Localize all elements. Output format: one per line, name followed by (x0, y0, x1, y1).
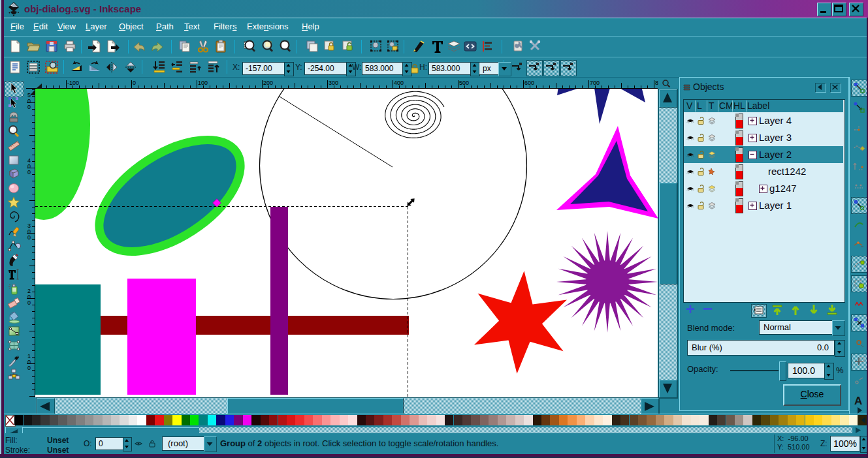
svg-text:0: 0 (27, 169, 31, 176)
svg-text:0: 0 (27, 104, 31, 110)
svg-text:200: 200 (263, 80, 273, 86)
svg-text:700: 700 (590, 80, 600, 86)
svg-text:600: 600 (524, 80, 534, 86)
svg-text:0: 0 (27, 365, 31, 371)
svg-text:0: 0 (27, 299, 31, 306)
svg-text:300: 300 (329, 80, 338, 86)
svg-text:400: 400 (394, 80, 404, 86)
svg-text:500: 500 (459, 80, 469, 86)
svg-text:0: 0 (133, 80, 136, 86)
svg-text:100: 100 (198, 80, 208, 86)
svg-text:-100: -100 (67, 80, 79, 86)
svg-text:0: 0 (27, 234, 31, 241)
